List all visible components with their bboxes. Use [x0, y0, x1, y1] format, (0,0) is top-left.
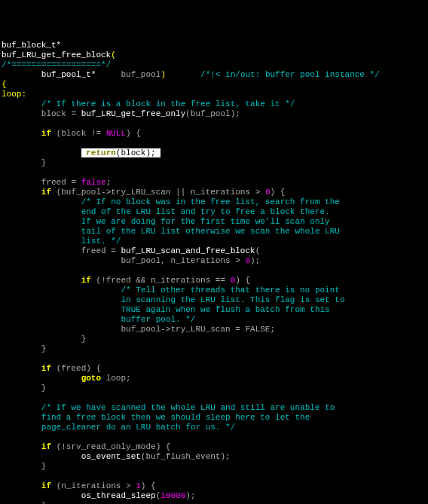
- cond: (buf_pool->try_LRU_scan || n_iterations …: [57, 188, 265, 197]
- cond: (n_iterations >: [57, 481, 136, 490]
- keyword-return: return: [86, 148, 116, 157]
- fn-call: buf_LRU_scan_and_free_block: [121, 246, 255, 255]
- comment: find a free block then we should sleep h…: [41, 413, 310, 422]
- cond: (!freed && n_iterations ==: [96, 276, 230, 285]
- paren: (: [255, 246, 261, 255]
- param-type: buf_pool_t*: [41, 70, 96, 79]
- keyword-if: if: [41, 188, 51, 197]
- paren: );: [185, 491, 195, 500]
- label-ref: loop: [106, 374, 126, 383]
- comment: /* Tell other threads that there is no p…: [121, 286, 339, 295]
- false: false: [81, 178, 106, 187]
- brace: ) {: [235, 276, 250, 285]
- paren: );: [250, 256, 260, 265]
- comment: list. */: [81, 237, 121, 246]
- arg: (buf_flush_event);: [141, 452, 231, 461]
- param-name: buf_pool: [121, 70, 160, 79]
- cond: (block !=: [57, 129, 106, 138]
- brace: ) {: [126, 129, 141, 138]
- comment: /* If there is a block in the free list,…: [41, 99, 295, 108]
- highlighted-return: return(block);: [81, 148, 161, 157]
- brace: }: [41, 383, 47, 393]
- comment: in scanning the LRU list. This flag is s…: [121, 295, 344, 304]
- keyword-if: if: [41, 442, 51, 451]
- brace: }: [81, 334, 87, 344]
- comment: end of the LRU list and try to free a bl…: [81, 207, 330, 216]
- function-name: buf_LRU_get_free_block: [2, 50, 111, 60]
- null: NULL: [106, 129, 126, 138]
- brace: ) {: [141, 481, 156, 490]
- stmt: (buf_pool);: [185, 109, 240, 118]
- keyword-if: if: [41, 129, 51, 138]
- semi: ;: [126, 374, 131, 383]
- stmt: block =: [41, 109, 81, 118]
- keyword-if: if: [41, 364, 51, 373]
- keyword-if: if: [41, 481, 51, 490]
- brace: ) {: [270, 188, 285, 197]
- param-comment: /*!< in/out: buffer pool instance */: [200, 70, 380, 79]
- comment: tail of the LRU list otherwise we scan t…: [81, 227, 340, 236]
- cond: (freed) {: [57, 364, 101, 373]
- keyword-goto: goto: [81, 374, 101, 383]
- semi: ;: [106, 178, 112, 187]
- stmt: freed =: [81, 246, 121, 255]
- stmt: freed =: [41, 178, 81, 187]
- cond: (!srv_read_only_mode) {: [57, 442, 171, 451]
- brace: }: [41, 501, 47, 504]
- code-block: buf_block_t* buf_LRU_get_free_block( /*=…: [2, 41, 380, 504]
- num: 10000: [160, 491, 185, 500]
- fn-call: os_thread_sleep: [81, 491, 156, 500]
- fn-call: buf_LRU_get_free_only: [81, 109, 186, 118]
- brace: }: [41, 344, 47, 353]
- return-type: buf_block_t*: [2, 41, 61, 50]
- arg: buf_pool, n_iterations >: [121, 256, 245, 265]
- comment: /* If no block was in the free list, sea…: [81, 197, 340, 206]
- comment: page_cleaner do an LRU batch for us. */: [41, 423, 235, 432]
- comment: /* If we have scanned the whole LRU and …: [41, 403, 335, 412]
- brace: }: [41, 158, 47, 167]
- brace: }: [41, 462, 47, 471]
- fn-call: os_event_set: [81, 452, 141, 461]
- return-arg: (block);: [116, 148, 156, 157]
- label-loop: loop:: [2, 90, 26, 99]
- stmt: buf_pool->try_LRU_scan = FALSE;: [121, 325, 275, 334]
- comment: TRUE again when we flush a batch from th…: [121, 305, 329, 314]
- keyword-if: if: [81, 276, 91, 285]
- comment: buffer pool. */: [121, 315, 195, 324]
- num: 1: [136, 481, 141, 490]
- comment-hr: /*==================*/: [2, 60, 111, 69]
- comment: If we are doing for the first time we'll…: [81, 217, 330, 226]
